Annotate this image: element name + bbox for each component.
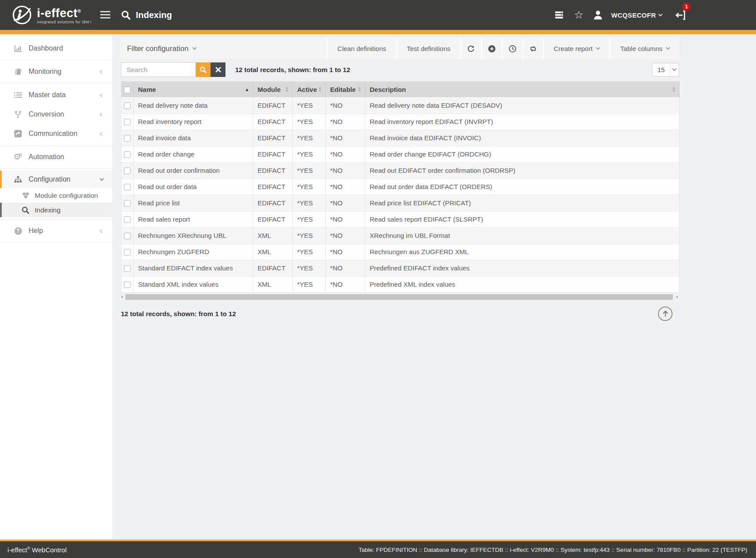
sort-asc-icon: ▲ <box>245 87 249 92</box>
reload-definitions-button[interactable] <box>523 38 543 59</box>
add-button[interactable] <box>482 38 502 59</box>
user-menu[interactable]: WCQSECOFR <box>611 11 662 19</box>
cell-active: *YES <box>293 97 326 113</box>
sidebar-item-label: Indexing <box>35 206 61 214</box>
table-row[interactable]: Read order changeEDIFACT*YES*NORead orde… <box>121 146 680 162</box>
logo[interactable]: i-effect® integrated solutions for IBM i <box>11 4 91 26</box>
user-name: WCQSECOFR <box>611 11 656 19</box>
horizontal-scrollbar[interactable]: ‹ › <box>121 294 679 300</box>
table-row[interactable]: Standard XML index valuesXML*YES*NOPrede… <box>121 276 680 292</box>
sidebar-item-master-data[interactable]: Master data <box>0 85 112 105</box>
row-checkbox[interactable] <box>124 119 131 125</box>
column-header-active[interactable]: Active▲▼ <box>293 81 326 97</box>
sidebar-separator <box>0 219 112 219</box>
row-checkbox[interactable] <box>124 249 131 255</box>
cell-description: Read inventory report EDIFACT (INVRPT) <box>365 113 680 130</box>
sidebar-item-configuration[interactable]: Configuration <box>0 171 112 188</box>
cell-active: *YES <box>293 113 326 130</box>
cell-module: EDIFACT <box>253 97 293 113</box>
sidebar-item-monitoring[interactable]: Monitoring <box>0 62 112 81</box>
favorites-star-icon[interactable]: ☆ <box>574 11 584 19</box>
cell-description: Predefined EDIFACT index values <box>365 260 680 276</box>
test-definitions-button[interactable]: Test definitions <box>397 38 460 59</box>
cell-description: Read price list EDIFACT (PRICAT) <box>365 195 680 211</box>
row-checkbox[interactable] <box>124 151 131 158</box>
cell-active: *YES <box>293 162 326 179</box>
sidebar-item-conversion[interactable]: Conversion <box>0 105 112 124</box>
sort-icon: ▲▼ <box>318 86 322 92</box>
table-row[interactable]: Read inventory reportEDIFACT*YES*NORead … <box>121 113 680 130</box>
search-button[interactable] <box>196 62 211 77</box>
search-icon <box>200 66 207 73</box>
notification-badge[interactable]: 1 <box>682 3 691 11</box>
column-header-description[interactable]: Description▲▼ <box>365 81 680 97</box>
refresh-icon <box>467 45 475 52</box>
scroll-right-arrow[interactable]: › <box>675 294 679 300</box>
cell-module: EDIFACT <box>253 146 293 162</box>
menu-toggle-button[interactable] <box>100 11 110 18</box>
create-report-button[interactable]: Create report <box>544 38 609 59</box>
cell-description: Read sales report EDIFACT (SLSRPT) <box>365 211 680 227</box>
sidebar-item-dashboard[interactable]: Dashboard <box>0 39 112 58</box>
definitions-table: Name▲ Module▲▼ Active▲▼ Editable▲▼ Descr… <box>121 81 680 293</box>
filter-configuration-toggle[interactable]: Filter configuration <box>121 38 327 59</box>
page-title: Indexing <box>121 0 172 30</box>
column-header-name[interactable]: Name▲ <box>134 81 253 97</box>
row-checkbox[interactable] <box>124 281 131 288</box>
search-input[interactable] <box>121 62 196 77</box>
sidebar-item-communication[interactable]: Communication <box>0 124 112 143</box>
table-row[interactable]: Rechnungen ZUGFERDXML*YES*NORechnungen a… <box>121 244 680 260</box>
clear-search-button[interactable] <box>211 62 225 77</box>
table-row[interactable]: Read invoice dataEDIFACT*YES*NORead invo… <box>121 130 680 146</box>
history-button[interactable] <box>503 38 522 59</box>
table-row[interactable]: Read delivery note dataEDIFACT*YES*NORea… <box>121 97 680 113</box>
sidebar-item-label: Module configuration <box>35 192 98 200</box>
table-row[interactable]: Read out order dataEDIFACT*YES*NORead ou… <box>121 179 680 195</box>
row-checkbox[interactable] <box>124 135 131 142</box>
table-row[interactable]: Read price listEDIFACT*YES*NORead price … <box>121 195 680 211</box>
row-checkbox[interactable] <box>124 216 131 223</box>
table-columns-button[interactable]: Table columns <box>611 38 679 59</box>
row-checkbox[interactable] <box>124 168 131 174</box>
sidebar-item-module-configuration[interactable]: Module configuration <box>0 188 112 203</box>
row-checkbox-cell <box>121 162 134 179</box>
row-checkbox[interactable] <box>124 200 131 207</box>
logout-button[interactable]: 1 <box>674 10 685 20</box>
row-checkbox-cell <box>121 244 134 260</box>
column-header-module[interactable]: Module▲▼ <box>253 81 293 97</box>
table-row[interactable]: Standard EDIFACT index valuesEDIFACT*YES… <box>121 260 680 276</box>
toolbar: Filter configuration Clean definitions T… <box>121 38 679 59</box>
cell-name: Read inventory report <box>134 113 253 130</box>
column-header-editable[interactable]: Editable▲▼ <box>326 81 365 97</box>
row-checkbox[interactable] <box>124 265 131 272</box>
search-row: 12 total records, shown: from 1 to 12 15 <box>121 62 679 77</box>
cell-active: *YES <box>293 146 326 162</box>
refresh-button[interactable] <box>462 38 481 59</box>
page-size-select[interactable]: 15 <box>652 63 679 77</box>
sidebar-item-automation[interactable]: ⚙⚙ Automation <box>0 147 112 167</box>
select-all-checkbox[interactable] <box>124 87 131 93</box>
scroll-to-top-button[interactable] <box>658 306 672 321</box>
cell-editable: *NO <box>326 260 365 276</box>
cell-active: *YES <box>293 195 326 211</box>
clean-definitions-button[interactable]: Clean definitions <box>328 38 396 59</box>
row-checkbox[interactable] <box>124 102 131 109</box>
system-status-icon[interactable] <box>555 11 563 19</box>
scrollbar-thumb[interactable] <box>125 294 673 300</box>
scroll-left-arrow[interactable]: ‹ <box>120 294 124 300</box>
table-row[interactable]: Rechnungen XRechnung UBLXML*YES*NOXRechn… <box>121 227 680 244</box>
cell-name: Read out order data <box>134 179 253 195</box>
gears-icon: ⚙⚙ <box>13 153 23 161</box>
page-size-value: 15 <box>652 66 670 73</box>
row-checkbox[interactable] <box>124 184 131 190</box>
branch-icon <box>13 111 23 118</box>
sidebar-item-help[interactable]: ? Help <box>0 221 112 241</box>
table-row[interactable]: Read sales reportEDIFACT*YES*NORead sale… <box>121 211 680 227</box>
cell-name: Rechnungen XRechnung UBL <box>134 227 253 244</box>
app-window: i-effect® integrated solutions for IBM i… <box>0 0 756 558</box>
table-row[interactable]: Read out order confirmationEDIFACT*YES*N… <box>121 162 680 179</box>
close-icon <box>215 67 221 73</box>
records-summary-top: 12 total records, shown: from 1 to 12 <box>235 66 350 73</box>
sidebar-item-indexing[interactable]: Indexing <box>0 203 112 217</box>
row-checkbox[interactable] <box>124 233 131 239</box>
